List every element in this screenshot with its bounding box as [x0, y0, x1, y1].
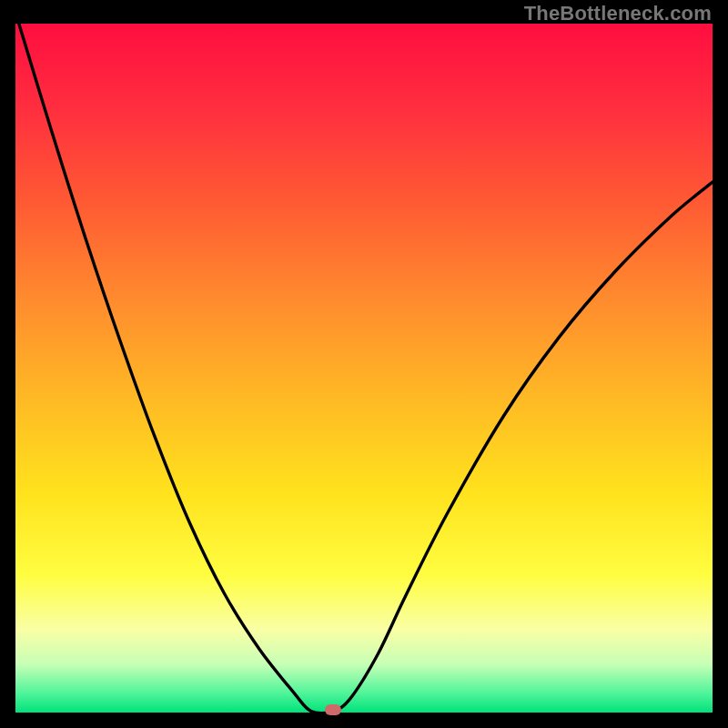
- plot-area: [15, 24, 713, 713]
- curve-layer: [15, 24, 713, 713]
- chart-frame: TheBottleneck.com: [0, 0, 728, 728]
- bottleneck-curve-path: [19, 24, 713, 713]
- minimum-marker: [325, 704, 341, 715]
- watermark-text: TheBottleneck.com: [524, 2, 712, 25]
